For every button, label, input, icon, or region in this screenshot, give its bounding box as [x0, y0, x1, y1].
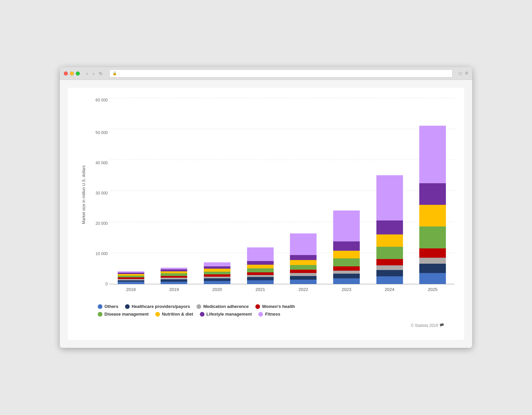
bar-segment-2019-others: [161, 282, 187, 284]
bar-segment-2022-lifestyle: [290, 255, 317, 260]
lock-icon: 🔒: [112, 71, 117, 75]
chart-footer: © Statista 2019 🏴: [78, 321, 454, 333]
bar-segment-2020-lifestyle: [204, 266, 230, 269]
chart-plot: 60 000 50 000 40 000 30 000 20 000 10 00…: [109, 98, 454, 284]
browser-actions: ☆ ≡: [458, 70, 468, 76]
chart-area: Market size in million U.S. dollars: [78, 98, 454, 292]
bar-segment-2025-lifestyle: [419, 183, 446, 205]
y-label-40000: 40 000: [95, 161, 108, 165]
legend-item-lifestyle: Lifestyle management: [200, 312, 252, 317]
bar-segment-2021-disease: [247, 268, 274, 272]
bar-segment-2024-medication: [376, 265, 403, 270]
bar-group-2023: [333, 210, 360, 284]
legend-item-healthcare: Healthcare providers/payors: [125, 304, 190, 309]
legend-item-womens_health: Women's health: [255, 304, 295, 309]
stacked-bar-2019: [161, 268, 187, 284]
legend-dot-healthcare: [125, 304, 130, 309]
back-button[interactable]: ‹: [85, 70, 89, 77]
legend-dot-lifestyle: [200, 312, 204, 317]
browser-nav: ‹ › ↻: [85, 70, 104, 77]
bar-segment-2025-others: [419, 273, 446, 284]
browser-window: ‹ › ↻ 🔒 ☆ ≡ Market size in million U.S. …: [60, 67, 472, 348]
legend-item-others: Others: [98, 304, 118, 309]
bar-segment-2022-medication: [290, 273, 317, 276]
stacked-bar-2022: [290, 233, 317, 284]
legend-dot-disease: [98, 312, 102, 317]
bar-segment-2025-nutrition: [419, 205, 446, 226]
bar-group-2020: [204, 262, 230, 284]
legend-label-healthcare: Healthcare providers/payors: [132, 304, 190, 309]
bar-segment-2023-fitness: [333, 210, 360, 241]
legend-label-nutrition: Nutrition & diet: [162, 312, 193, 317]
x-label-2025: 2025: [419, 287, 446, 292]
bar-segment-2024-womens_health: [376, 259, 403, 265]
bar-segment-2023-others: [333, 278, 360, 284]
legend-item-medication: Medication adherence: [197, 304, 249, 309]
x-label-2019: 2019: [161, 287, 187, 292]
legend-item-disease: Disease management: [98, 312, 149, 317]
bar-segment-2023-nutrition: [333, 251, 360, 258]
y-label-50000: 50 000: [95, 130, 108, 135]
stacked-bar-2025: [419, 126, 446, 284]
refresh-button[interactable]: ↻: [97, 70, 104, 77]
bar-segment-2021-lifestyle: [247, 261, 274, 265]
legend-label-lifestyle: Lifestyle management: [206, 312, 252, 317]
bar-segment-2025-womens_health: [419, 248, 446, 258]
legend-dot-womens_health: [255, 304, 260, 309]
bar-segment-2023-disease: [333, 258, 360, 266]
copyright-text: © Statista 2019: [411, 323, 438, 328]
legend-item-nutrition: Nutrition & diet: [155, 312, 193, 317]
y-axis-label: Market size in million U.S. dollars: [78, 98, 88, 292]
bar-segment-2024-healthcare: [376, 270, 403, 276]
bar-segment-2025-disease: [419, 226, 446, 248]
legend-label-womens_health: Women's health: [262, 304, 295, 309]
bar-segment-2025-fitness: [419, 126, 446, 183]
x-label-2018: 2018: [118, 287, 144, 292]
maximize-button[interactable]: [76, 71, 80, 75]
legend-label-medication: Medication adherence: [203, 304, 249, 309]
bar-segment-2023-womens_health: [333, 266, 360, 271]
legend-item-fitness: Fitness: [258, 312, 280, 317]
close-button[interactable]: [64, 71, 68, 75]
bar-segment-2022-womens_health: [290, 270, 317, 273]
chart-main: 60 000 50 000 40 000 30 000 20 000 10 00…: [88, 98, 454, 292]
bar-group-2022: [290, 233, 317, 284]
star-icon[interactable]: ☆: [458, 70, 463, 76]
chart-container: Market size in million U.S. dollars: [68, 88, 464, 340]
flag-icon: 🏴: [439, 323, 444, 328]
legend-label-disease: Disease management: [104, 312, 149, 317]
bar-segment-2020-others: [204, 281, 230, 284]
x-label-2020: 2020: [204, 287, 230, 292]
bar-segment-2025-healthcare: [419, 264, 446, 273]
bar-segment-2020-nutrition: [204, 269, 230, 271]
bar-segment-2022-healthcare: [290, 276, 317, 280]
legend-row-1: Disease managementNutrition & dietLifest…: [98, 312, 454, 317]
x-label-2024: 2024: [376, 287, 403, 292]
bar-segment-2020-healthcare: [204, 278, 230, 281]
bar-group-2025: [419, 126, 446, 284]
bar-segment-2022-fitness: [290, 233, 317, 255]
address-bar[interactable]: 🔒: [109, 69, 452, 77]
x-label-2022: 2022: [290, 287, 317, 292]
legend-dot-fitness: [258, 312, 263, 317]
legend-label-others: Others: [104, 304, 118, 309]
y-label-20000: 20 000: [95, 221, 108, 226]
legend-row-0: OthersHealthcare providers/payorsMedicat…: [98, 304, 454, 309]
stacked-bar-2018: [118, 271, 144, 284]
menu-icon[interactable]: ≡: [465, 70, 468, 76]
bar-segment-2022-disease: [290, 265, 317, 270]
x-axis: 20182019202020212022202320242025: [109, 284, 454, 292]
bar-group-2024: [376, 175, 403, 284]
bar-segment-2023-healthcare: [333, 274, 360, 278]
bar-segment-2019-disease: [161, 273, 187, 276]
stacked-bar-2021: [247, 247, 274, 284]
minimize-button[interactable]: [70, 71, 74, 75]
chart-legend: OthersHealthcare providers/payorsMedicat…: [78, 300, 454, 321]
y-label-10000: 10 000: [95, 251, 108, 256]
bar-segment-2021-fitness: [247, 247, 274, 261]
bar-segment-2021-womens_health: [247, 272, 274, 275]
forward-button[interactable]: ›: [91, 70, 96, 77]
bar-segment-2020-disease: [204, 272, 230, 274]
bar-group-2018: [118, 271, 144, 284]
bar-segment-2024-others: [376, 276, 403, 284]
